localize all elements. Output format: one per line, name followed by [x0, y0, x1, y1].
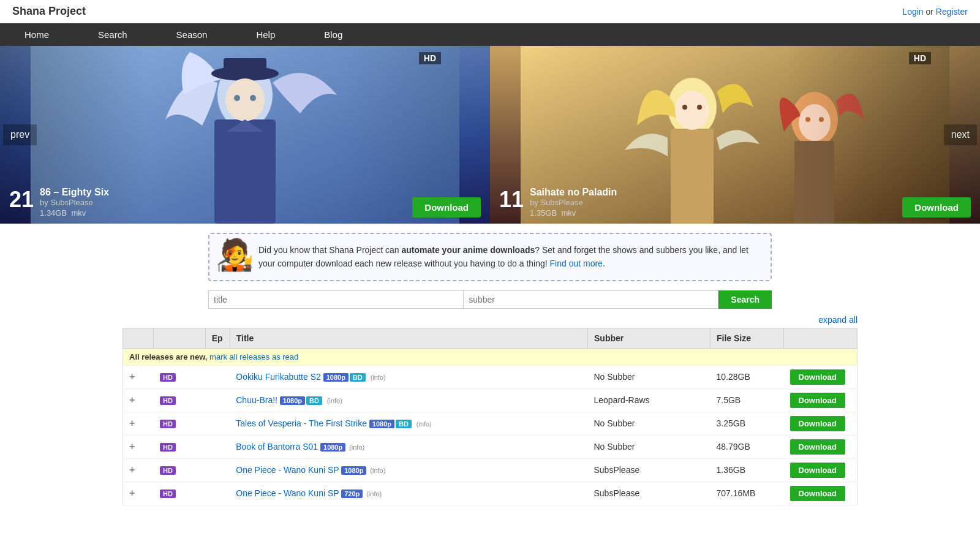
- prev-button[interactable]: prev: [3, 124, 37, 145]
- hd-badge: HD: [160, 420, 176, 428]
- expand-all-button[interactable]: expand all: [123, 315, 858, 325]
- bd-badge: BD: [350, 373, 366, 382]
- col-action: [784, 328, 858, 348]
- banner-slide-left: 21 86 – Eighty Six by SubsPlease 1.34GB …: [0, 46, 490, 224]
- col-plus: [123, 328, 154, 348]
- title-link[interactable]: Chuu-Bra!!: [236, 395, 277, 405]
- download-button[interactable]: Download: [790, 393, 845, 408]
- title-cell: Ookiku Furikabutte S2 1080pBD (info): [230, 365, 587, 388]
- episode-cell: [205, 482, 230, 505]
- search-subber-input[interactable]: [464, 290, 718, 309]
- filesize-cell: 707.16MB: [710, 482, 784, 505]
- episode-cell: [205, 412, 230, 435]
- title-link[interactable]: Ookiku Furikabutte S2: [236, 372, 321, 382]
- banner-download-left[interactable]: Download: [412, 197, 481, 217]
- download-button[interactable]: Download: [790, 439, 845, 455]
- nav-home[interactable]: Home: [0, 23, 74, 46]
- info-box: 🧑‍🎤 Did you know that Shana Project can …: [208, 233, 772, 281]
- banner-info-right: 11 Saihate no Paladin by SubsPlease 1.35…: [499, 187, 617, 217]
- subber-cell: No Subber: [588, 435, 710, 458]
- col-title: Title: [230, 328, 587, 348]
- subber-cell: SubsPlease: [588, 482, 710, 505]
- download-button[interactable]: Download: [790, 463, 845, 478]
- info-text: Did you know that Shana Project can auto…: [258, 243, 761, 271]
- subber-cell: No Subber: [588, 412, 710, 435]
- register-link[interactable]: Register: [936, 7, 968, 17]
- episode-cell: [205, 388, 230, 412]
- main-nav: Home Search Season Help Blog: [0, 23, 980, 46]
- site-title: Shana Project: [12, 5, 86, 18]
- banner-subber-left: by SubsPlease: [40, 198, 109, 207]
- res-badge: 720p: [341, 490, 363, 498]
- res-badge: 1080p: [280, 396, 305, 405]
- res-badge: 1080p: [341, 466, 366, 475]
- expand-row-button[interactable]: +: [129, 441, 135, 452]
- subber-cell: No Subber: [588, 365, 710, 388]
- search-title-input[interactable]: [208, 290, 464, 309]
- mascot-icon: 🧑‍🎤: [216, 237, 254, 273]
- hd-badge: HD: [160, 443, 176, 452]
- releases-table: Ep Title Subber File Size All releases a…: [123, 328, 858, 505]
- bd-badge: BD: [396, 420, 412, 428]
- table-row: + HD One Piece - Wano Kuni SP 1080p (inf…: [123, 458, 858, 482]
- filesize-cell: 48.79GB: [710, 435, 784, 458]
- expand-row-button[interactable]: +: [129, 488, 135, 498]
- hd-badge: HD: [160, 396, 176, 405]
- info-link[interactable]: (info): [371, 374, 386, 381]
- title-cell: Tales of Vesperia - The First Strike 108…: [230, 412, 587, 435]
- info-link[interactable]: (info): [370, 467, 385, 474]
- download-button[interactable]: Download: [790, 486, 845, 501]
- banner-ep-right: 11: [499, 187, 524, 213]
- subber-cell: Leopard-Raws: [588, 388, 710, 412]
- banner-slide-right: 11 Saihate no Paladin by SubsPlease 1.35…: [490, 46, 980, 224]
- action-cell: Download: [784, 482, 858, 505]
- bd-badge: BD: [306, 396, 322, 405]
- expand-row-button[interactable]: +: [129, 395, 135, 405]
- episode-cell: [205, 435, 230, 458]
- title-link[interactable]: Book of Bantorra S01: [236, 442, 318, 452]
- download-button[interactable]: Download: [790, 369, 845, 385]
- table-row: + HD Ookiku Furikabutte S2 1080pBD (info…: [123, 365, 858, 388]
- title-link[interactable]: One Piece - Wano Kuni SP: [236, 465, 339, 475]
- banner-title-left: 86 – Eighty Six: [40, 187, 109, 198]
- info-link[interactable]: (info): [327, 397, 342, 404]
- next-button[interactable]: next: [944, 124, 977, 145]
- mark-all-read-link[interactable]: mark all releases as read: [209, 352, 298, 361]
- search-button[interactable]: Search: [718, 290, 772, 309]
- title-link[interactable]: Tales of Vesperia - The First Strike: [236, 418, 367, 428]
- nav-blog[interactable]: Blog: [300, 23, 367, 46]
- banner-subber-right: by SubsPlease: [530, 198, 617, 207]
- action-cell: Download: [784, 412, 858, 435]
- table-header: Ep Title Subber File Size: [123, 328, 858, 348]
- expand-row-button[interactable]: +: [129, 371, 135, 382]
- col-subber: Subber: [588, 328, 710, 348]
- find-out-more-link[interactable]: Find out more: [550, 259, 603, 268]
- table-row: + HD One Piece - Wano Kuni SP 720p (info…: [123, 482, 858, 505]
- banner-meta-left: 1.34GB mkv: [40, 208, 109, 217]
- download-button[interactable]: Download: [790, 416, 845, 431]
- action-cell: Download: [784, 435, 858, 458]
- login-link[interactable]: Login: [902, 7, 923, 17]
- banner-download-right[interactable]: Download: [902, 197, 971, 217]
- nav-search[interactable]: Search: [74, 23, 152, 46]
- expand-row-button[interactable]: +: [129, 464, 135, 475]
- filesize-cell: 10.28GB: [710, 365, 784, 388]
- table-container: expand all Ep Title Subber File Size All…: [123, 315, 858, 505]
- episode-cell: [205, 458, 230, 482]
- col-filesize: File Size: [710, 328, 784, 348]
- banner-hd-right: HD: [909, 52, 931, 64]
- info-link[interactable]: (info): [417, 420, 432, 428]
- header: Shana Project Login or Register: [0, 0, 980, 23]
- action-cell: Download: [784, 365, 858, 388]
- info-link[interactable]: (info): [349, 444, 364, 451]
- title-cell: One Piece - Wano Kuni SP 1080p (info): [230, 458, 587, 482]
- title-cell: One Piece - Wano Kuni SP 720p (info): [230, 482, 587, 505]
- expand-row-button[interactable]: +: [129, 418, 135, 428]
- episode-cell: [205, 365, 230, 388]
- col-hd: [154, 328, 205, 348]
- title-link[interactable]: One Piece - Wano Kuni SP: [236, 488, 339, 498]
- nav-season[interactable]: Season: [152, 23, 232, 46]
- info-link[interactable]: (info): [366, 490, 382, 497]
- nav-help[interactable]: Help: [232, 23, 300, 46]
- col-ep: Ep: [205, 328, 230, 348]
